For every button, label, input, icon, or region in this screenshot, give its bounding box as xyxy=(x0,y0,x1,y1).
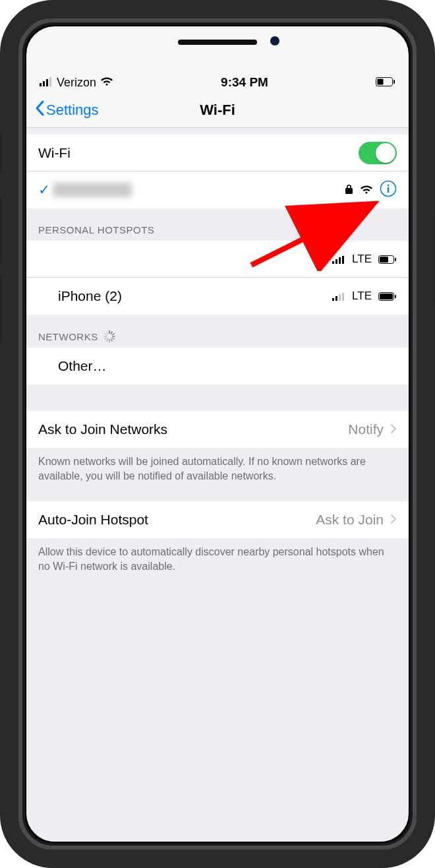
auto-join-value: Ask to Join xyxy=(316,512,384,528)
page-title: Wi-Fi xyxy=(200,102,235,119)
connected-network-name xyxy=(53,183,132,197)
networks-header-text: Networks xyxy=(38,331,98,342)
svg-rect-5 xyxy=(377,78,383,84)
wifi-icon xyxy=(360,182,373,198)
chevron-right-icon xyxy=(390,421,397,437)
battery-icon xyxy=(376,76,395,90)
other-network-row[interactable]: Other… xyxy=(26,348,409,385)
svg-rect-9 xyxy=(388,187,389,193)
toggle-knob xyxy=(376,143,395,163)
back-button[interactable]: Settings xyxy=(34,92,99,127)
svg-rect-12 xyxy=(332,261,334,264)
status-time: 9:34 PM xyxy=(221,75,268,90)
wifi-toggle-label: Wi-Fi xyxy=(38,145,359,161)
svg-rect-21 xyxy=(339,294,341,301)
svg-rect-18 xyxy=(395,258,396,261)
cellular-bars-icon xyxy=(40,76,53,90)
svg-rect-20 xyxy=(335,296,337,301)
screen: Verizon 9:34 PM xyxy=(26,26,409,842)
connected-network-row[interactable]: ✓ xyxy=(26,171,409,208)
content-area: Wi-Fi ✓ xyxy=(26,128,409,842)
spinner-icon xyxy=(103,330,115,342)
hotspot-signal-label: LTE xyxy=(352,253,372,266)
svg-rect-2 xyxy=(46,79,48,86)
cellular-bars-icon xyxy=(332,288,345,304)
lock-icon xyxy=(345,182,353,198)
auto-join-label: Auto-Join Hotspot xyxy=(38,512,316,528)
svg-rect-19 xyxy=(332,298,334,301)
device-mute-switch xyxy=(0,132,1,171)
svg-rect-0 xyxy=(40,83,42,86)
checkmark-icon: ✓ xyxy=(36,181,53,199)
svg-rect-24 xyxy=(380,294,393,299)
battery-icon xyxy=(378,251,397,267)
svg-rect-14 xyxy=(339,257,341,264)
svg-rect-15 xyxy=(342,256,344,264)
info-button[interactable] xyxy=(380,180,397,201)
wifi-toggle[interactable] xyxy=(359,142,397,164)
auto-join-row[interactable]: Auto-Join Hotspot Ask to Join xyxy=(26,501,409,538)
device-volume-up xyxy=(0,198,1,264)
section-header-hotspots: Personal Hotspots xyxy=(26,208,409,241)
device-front-camera xyxy=(270,36,279,46)
device-volume-down xyxy=(0,277,1,343)
chevron-left-icon xyxy=(34,100,45,120)
auto-join-footer: Allow this device to automatically disco… xyxy=(26,538,409,578)
svg-rect-1 xyxy=(43,81,45,86)
svg-rect-6 xyxy=(393,80,395,84)
chevron-right-icon xyxy=(390,512,397,528)
back-label: Settings xyxy=(46,102,99,119)
hotspot-row[interactable]: LTE xyxy=(26,241,409,278)
carrier-label: Verizon xyxy=(57,76,96,90)
svg-rect-25 xyxy=(395,295,396,298)
ask-to-join-row[interactable]: Ask to Join Networks Notify xyxy=(26,411,409,448)
nav-bar: Settings Wi-Fi xyxy=(26,92,409,128)
svg-rect-17 xyxy=(380,257,388,263)
svg-rect-22 xyxy=(342,293,344,301)
hotspot-name: iPhone (2) xyxy=(58,288,332,304)
device-speaker-grille xyxy=(178,40,257,45)
status-bar: Verizon 9:34 PM xyxy=(26,26,409,92)
wifi-icon xyxy=(100,76,113,90)
hotspot-row[interactable]: iPhone (2) LTE xyxy=(26,278,409,315)
ask-to-join-footer: Known networks will be joined automatica… xyxy=(26,448,409,488)
other-label: Other… xyxy=(58,358,397,374)
svg-rect-13 xyxy=(335,259,337,264)
ask-to-join-label: Ask to Join Networks xyxy=(38,421,348,437)
battery-icon xyxy=(378,288,397,304)
cellular-bars-icon xyxy=(332,251,345,267)
wifi-toggle-row: Wi-Fi xyxy=(26,135,409,171)
svg-point-8 xyxy=(388,184,390,186)
svg-rect-3 xyxy=(49,77,51,86)
hotspot-signal-label: LTE xyxy=(352,290,372,303)
section-header-networks: Networks xyxy=(26,315,409,348)
ask-to-join-value: Notify xyxy=(348,421,384,437)
